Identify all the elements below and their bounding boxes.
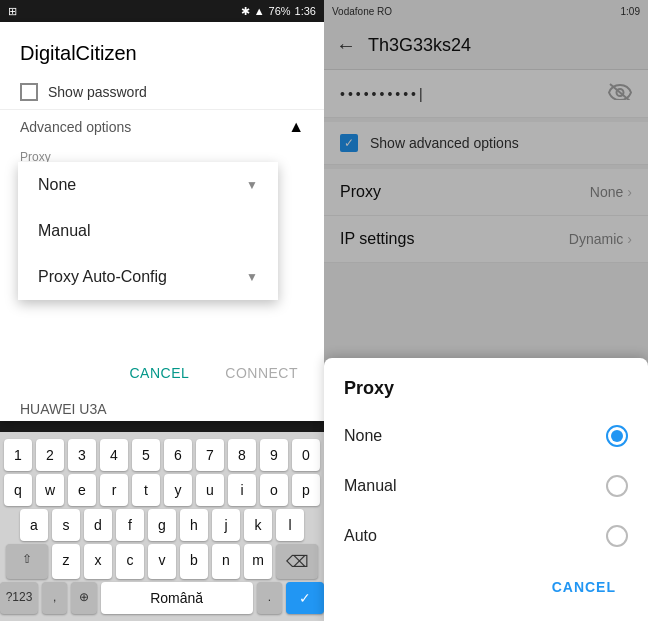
key-q[interactable]: q (4, 474, 32, 506)
key-1[interactable]: 1 (4, 439, 32, 471)
keyboard[interactable]: 1 2 3 4 5 6 7 8 9 0 q w e r t y u i o p … (0, 432, 324, 621)
proxy-option-auto[interactable]: Auto (324, 511, 648, 561)
show-password-checkbox[interactable] (20, 83, 38, 101)
right-panel: Vodafone RO 1:09 ← Th3G33ks24 ••••••••••… (324, 0, 648, 621)
proxy-manual-radio[interactable] (606, 475, 628, 497)
key-r[interactable]: r (100, 474, 128, 506)
key-8[interactable]: 8 (228, 439, 256, 471)
key-j[interactable]: j (212, 509, 240, 541)
time-text: 1:36 (295, 5, 316, 17)
key-7[interactable]: 7 (196, 439, 224, 471)
key-k[interactable]: k (244, 509, 272, 541)
dropdown-item-auto[interactable]: Proxy Auto-Config ▼ (18, 254, 278, 300)
key-v[interactable]: v (148, 544, 176, 579)
proxy-auto-radio[interactable] (606, 525, 628, 547)
dropdown-arrow2: ▼ (246, 270, 258, 284)
key-d[interactable]: d (84, 509, 112, 541)
keyboard-row1: 1 2 3 4 5 6 7 8 9 0 (0, 439, 324, 471)
battery-text: 76% (269, 5, 291, 17)
key-comma[interactable]: , (42, 582, 67, 614)
keyboard-row3: a s d f g h j k l (0, 509, 324, 541)
proxy-field-label: Proxy (0, 144, 324, 164)
left-status-bar: ⊞ ✱ ▲ 76% 1:36 (0, 0, 324, 22)
dropdown-arrow: ▼ (246, 178, 258, 192)
advanced-options-row[interactable]: Advanced options ▲ (0, 109, 324, 144)
bluetooth-icon: ✱ (241, 5, 250, 18)
key-i[interactable]: i (228, 474, 256, 506)
wifi-dialog: DigitalCitizen Show password Advanced op… (0, 22, 324, 421)
show-password-label: Show password (48, 84, 147, 100)
keyboard-row4: ⇧ z x c v b n m ⌫ (0, 544, 324, 579)
proxy-modal-title: Proxy (324, 358, 648, 411)
wifi-icon: ▲ (254, 5, 265, 17)
proxy-manual-label: Manual (344, 477, 396, 495)
proxy-modal: Proxy None Manual Auto CANCEL (324, 358, 648, 621)
key-shift[interactable]: ⇧ (6, 544, 48, 579)
key-symbols[interactable]: ?123 (0, 582, 38, 614)
key-z[interactable]: z (52, 544, 80, 579)
dropdown-item-manual[interactable]: Manual (18, 208, 278, 254)
advanced-options-label: Advanced options (20, 119, 131, 135)
proxy-option-none[interactable]: None (324, 411, 648, 461)
left-status-right: ✱ ▲ 76% 1:36 (241, 5, 316, 18)
key-0[interactable]: 0 (292, 439, 320, 471)
proxy-option-manual[interactable]: Manual (324, 461, 648, 511)
key-a[interactable]: a (20, 509, 48, 541)
keyboard-row5: ?123 , ⊕ Română . ✓ (0, 582, 324, 614)
dropdown-none-label: None (38, 176, 76, 194)
key-enter[interactable]: ✓ (286, 582, 324, 614)
dropdown-auto-label: Proxy Auto-Config (38, 268, 167, 286)
show-password-row[interactable]: Show password (0, 75, 324, 109)
dropdown-manual-label: Manual (38, 222, 90, 240)
key-period[interactable]: . (257, 582, 282, 614)
key-3[interactable]: 3 (68, 439, 96, 471)
key-m[interactable]: m (244, 544, 272, 579)
keyboard-row2: q w e r t y u i o p (0, 474, 324, 506)
key-g[interactable]: g (148, 509, 176, 541)
key-t[interactable]: t (132, 474, 160, 506)
proxy-none-label: None (344, 427, 382, 445)
proxy-dropdown[interactable]: None ▼ Manual Proxy Auto-Config ▼ (18, 162, 278, 300)
key-s[interactable]: s (52, 509, 80, 541)
key-9[interactable]: 9 (260, 439, 288, 471)
key-space[interactable]: Română (101, 582, 253, 614)
key-x[interactable]: x (84, 544, 112, 579)
key-w[interactable]: w (36, 474, 64, 506)
key-e[interactable]: e (68, 474, 96, 506)
left-icon-grid: ⊞ (8, 5, 17, 18)
radio-inner (611, 430, 623, 442)
key-b[interactable]: b (180, 544, 208, 579)
proxy-auto-label: Auto (344, 527, 377, 545)
key-c[interactable]: c (116, 544, 144, 579)
key-6[interactable]: 6 (164, 439, 192, 471)
key-y[interactable]: y (164, 474, 192, 506)
huawei-text: HUAWEI U3A (0, 397, 324, 421)
dropdown-item-none[interactable]: None ▼ (18, 162, 278, 208)
key-delete[interactable]: ⌫ (276, 544, 318, 579)
key-n[interactable]: n (212, 544, 240, 579)
key-globe[interactable]: ⊕ (71, 582, 96, 614)
key-4[interactable]: 4 (100, 439, 128, 471)
key-5[interactable]: 5 (132, 439, 160, 471)
key-f[interactable]: f (116, 509, 144, 541)
left-panel: ⊞ ✱ ▲ 76% 1:36 DigitalCitizen Show passw… (0, 0, 324, 621)
proxy-modal-cancel-button[interactable]: CANCEL (536, 569, 632, 605)
dialog-title: DigitalCitizen (0, 22, 324, 75)
key-h[interactable]: h (180, 509, 208, 541)
key-p[interactable]: p (292, 474, 320, 506)
dialog-cancel-button[interactable]: CANCEL (119, 357, 199, 389)
dialog-actions: CANCEL CONNECT (0, 349, 324, 397)
key-o[interactable]: o (260, 474, 288, 506)
proxy-modal-actions: CANCEL (324, 561, 648, 613)
left-status-icons: ⊞ (8, 5, 17, 18)
key-u[interactable]: u (196, 474, 224, 506)
dialog-connect-button[interactable]: CONNECT (215, 357, 308, 389)
proxy-none-radio[interactable] (606, 425, 628, 447)
key-l[interactable]: l (276, 509, 304, 541)
chevron-up-icon: ▲ (288, 118, 304, 136)
key-2[interactable]: 2 (36, 439, 64, 471)
